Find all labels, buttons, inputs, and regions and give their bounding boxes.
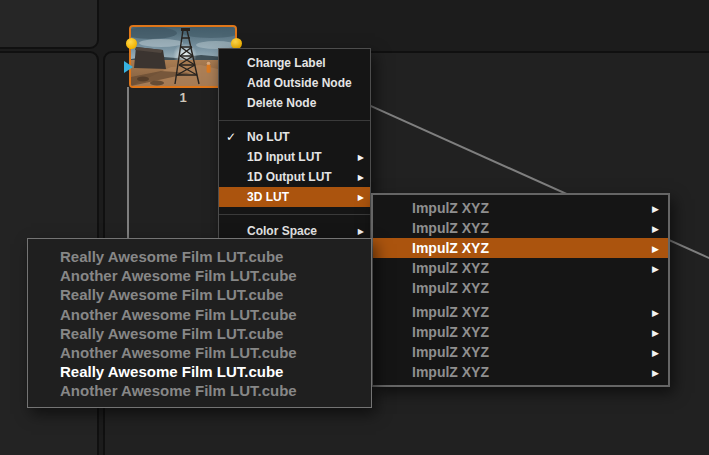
menu-item-add-outside-node-2[interactable]: Add Outside Node [219,73,370,93]
menu-item-3d-lut-8[interactable]: 3D LUT▶ [219,187,370,207]
menu-item-impulz-xyz-3[interactable]: ImpulZ XYZ▶ [373,238,668,258]
submenu-arrow-icon: ▶ [652,363,659,382]
submenu-arrow-icon: ▶ [652,323,659,342]
menu-item-impulz-xyz-9[interactable]: ImpulZ XYZ▶ [373,342,668,362]
menu-item-label: ImpulZ XYZ [412,344,489,360]
menu-item-label: Delete Node [247,96,316,110]
menu-item-impulz-xyz-8[interactable]: ImpulZ XYZ▶ [373,322,668,342]
menu-item-really-awesome-film-lut-cube-7[interactable]: Really Awesome Film LUT.cube [28,362,371,381]
submenu-arrow-icon: ▶ [358,168,364,187]
menu-item-label: ImpulZ XYZ [412,220,489,236]
submenu-arrow-icon: ▶ [652,303,659,322]
menu-item-1d-input-lut-6[interactable]: 1D Input LUT▶ [219,147,370,167]
menu-item-really-awesome-film-lut-cube-5[interactable]: Really Awesome Film LUT.cube [28,324,371,343]
menu-item-another-awesome-film-lut-cube-8[interactable]: Another Awesome Film LUT.cube [28,381,371,400]
menu-item-change-label-1[interactable]: Change Label [219,53,370,73]
submenu-arrow-icon: ▶ [652,343,659,362]
menu-item-label: Another Awesome Film LUT.cube [60,267,297,284]
menu-item-delete-node-3[interactable]: Delete Node [219,93,370,113]
menu-item-really-awesome-film-lut-cube-1[interactable]: Really Awesome Film LUT.cube [28,247,371,266]
submenu-arrow-icon: ▶ [652,219,659,238]
submenu-arrow-icon: ▶ [652,199,659,218]
menu-item-label: ImpulZ XYZ [412,304,489,320]
menu-separator [219,207,370,221]
menu-item-impulz-xyz-5[interactable]: ImpulZ XYZ [373,278,668,298]
menu-item-label: ImpulZ XYZ [412,240,489,256]
menu-item-label: Change Label [247,56,326,70]
menu-item-label: Color Space [247,224,317,238]
menu-item-label: No LUT [247,130,290,144]
menu-item-no-lut-5[interactable]: ✓No LUT [219,127,370,147]
node-graph-canvas: 1 Change LabelAdd Outside NodeDelete Nod… [0,0,709,455]
menu-item-label: Really Awesome Film LUT.cube [60,248,283,265]
submenu-arrow-icon: ▶ [652,259,659,278]
menu-item-impulz-xyz-1[interactable]: ImpulZ XYZ▶ [373,198,668,218]
menu-item-label: 1D Input LUT [247,150,322,164]
menu-item-really-awesome-film-lut-cube-3[interactable]: Really Awesome Film LUT.cube [28,285,371,304]
menu-item-label: 1D Output LUT [247,170,332,184]
menu-item-label: ImpulZ XYZ [412,260,489,276]
menu-item-label: Add Outside Node [247,76,352,90]
menu-item-1d-output-lut-7[interactable]: 1D Output LUT▶ [219,167,370,187]
menu-item-label: ImpulZ XYZ [412,200,489,216]
menu-item-impulz-xyz-2[interactable]: ImpulZ XYZ▶ [373,218,668,238]
node-connection-line [127,87,129,239]
menu-item-label: ImpulZ XYZ [412,364,489,380]
node-connector-dot-left[interactable] [126,38,137,49]
menu-item-label: Really Awesome Film LUT.cube [60,286,283,303]
check-icon: ✓ [226,127,236,147]
menu-item-label: ImpulZ XYZ [412,324,489,340]
menu-item-label: 3D LUT [247,190,289,204]
menu-item-another-awesome-film-lut-cube-6[interactable]: Another Awesome Film LUT.cube [28,343,371,362]
menu-item-label: Another Awesome Film LUT.cube [60,344,297,361]
menu-item-impulz-xyz-10[interactable]: ImpulZ XYZ▶ [373,362,668,382]
menu-item-label: Really Awesome Film LUT.cube [60,325,283,342]
lut-pack-submenu: ImpulZ XYZ▶ImpulZ XYZ▶ImpulZ XYZ▶ImpulZ … [371,193,670,387]
submenu-arrow-icon: ▶ [652,239,659,258]
menu-item-another-awesome-film-lut-cube-4[interactable]: Another Awesome Film LUT.cube [28,305,371,324]
menu-item-impulz-xyz-4[interactable]: ImpulZ XYZ▶ [373,258,668,278]
node-context-menu: Change LabelAdd Outside NodeDelete Node✓… [218,48,371,250]
menu-item-another-awesome-film-lut-cube-2[interactable]: Another Awesome Film LUT.cube [28,266,371,285]
submenu-arrow-icon: ▶ [358,148,364,167]
lut-file-submenu: Really Awesome Film LUT.cubeAnother Awes… [27,238,372,408]
menu-item-label: ImpulZ XYZ [412,280,489,296]
menu-item-label: Another Awesome Film LUT.cube [60,382,297,399]
submenu-arrow-icon: ▶ [358,188,364,207]
node-input-arrow-icon [124,61,133,73]
graph-background-panel [0,0,99,49]
menu-separator [219,113,370,127]
menu-item-label: Really Awesome Film LUT.cube [60,363,283,380]
menu-item-label: Another Awesome Film LUT.cube [60,306,297,323]
menu-item-impulz-xyz-7[interactable]: ImpulZ XYZ▶ [373,302,668,322]
